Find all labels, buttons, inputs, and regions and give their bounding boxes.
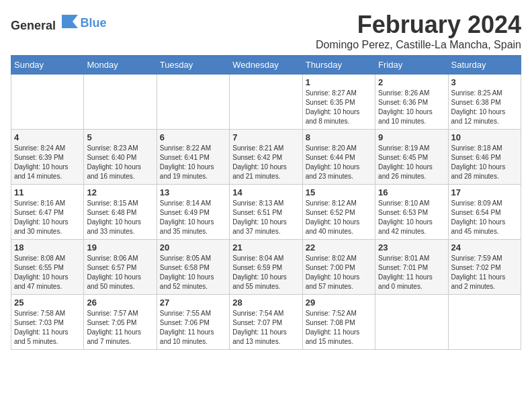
day-number: 11 <box>14 187 81 197</box>
logo-general: General <box>11 19 56 32</box>
day-number: 20 <box>160 242 226 253</box>
week-row-3: 11Sunrise: 8:16 AM Sunset: 6:47 PM Dayli… <box>11 185 521 240</box>
svg-marker-0 <box>62 15 78 28</box>
day-number: 2 <box>378 77 445 87</box>
calendar-cell: 25Sunrise: 7:58 AM Sunset: 7:03 PM Dayli… <box>11 295 84 350</box>
calendar-cell: 24Sunrise: 7:59 AM Sunset: 7:02 PM Dayli… <box>448 240 521 295</box>
day-info: Sunrise: 8:21 AM Sunset: 6:42 PM Dayligh… <box>232 144 299 181</box>
calendar-cell <box>84 75 157 130</box>
calendar-cell <box>11 75 84 130</box>
logo: General Blue <box>11 13 107 33</box>
calendar-cell: 26Sunrise: 7:57 AM Sunset: 7:05 PM Dayli… <box>84 295 157 350</box>
day-info: Sunrise: 8:02 AM Sunset: 7:00 PM Dayligh… <box>306 254 372 291</box>
calendar-cell: 5Sunrise: 8:23 AM Sunset: 6:40 PM Daylig… <box>84 130 157 185</box>
day-number: 28 <box>232 298 299 308</box>
day-info: Sunrise: 7:55 AM Sunset: 7:06 PM Dayligh… <box>160 309 226 347</box>
day-info: Sunrise: 8:13 AM Sunset: 6:51 PM Dayligh… <box>232 199 299 236</box>
weekday-wednesday: Wednesday <box>230 56 302 75</box>
day-number: 5 <box>87 132 153 142</box>
calendar-table: SundayMondayTuesdayWednesdayThursdayFrid… <box>11 55 521 350</box>
calendar-cell: 19Sunrise: 8:06 AM Sunset: 6:57 PM Dayli… <box>84 240 157 295</box>
calendar-cell: 4Sunrise: 8:24 AM Sunset: 6:39 PM Daylig… <box>11 130 84 185</box>
day-number: 15 <box>306 187 372 197</box>
calendar-cell: 17Sunrise: 8:09 AM Sunset: 6:54 PM Dayli… <box>448 185 521 240</box>
calendar-cell <box>230 75 302 130</box>
weekday-friday: Friday <box>375 56 448 75</box>
calendar-cell: 10Sunrise: 8:18 AM Sunset: 6:46 PM Dayli… <box>448 130 521 185</box>
day-info: Sunrise: 8:10 AM Sunset: 6:53 PM Dayligh… <box>378 199 445 236</box>
weekday-sunday: Sunday <box>11 56 84 75</box>
day-info: Sunrise: 8:08 AM Sunset: 6:55 PM Dayligh… <box>14 254 81 291</box>
main-title: February 2024 <box>316 11 521 39</box>
day-info: Sunrise: 8:20 AM Sunset: 6:44 PM Dayligh… <box>306 144 372 181</box>
weekday-monday: Monday <box>84 56 157 75</box>
calendar-cell: 21Sunrise: 8:04 AM Sunset: 6:59 PM Dayli… <box>230 240 302 295</box>
calendar-cell: 1Sunrise: 8:27 AM Sunset: 6:35 PM Daylig… <box>302 75 375 130</box>
calendar-cell: 8Sunrise: 8:20 AM Sunset: 6:44 PM Daylig… <box>302 130 375 185</box>
calendar-cell: 28Sunrise: 7:54 AM Sunset: 7:07 PM Dayli… <box>230 295 302 350</box>
week-row-5: 25Sunrise: 7:58 AM Sunset: 7:03 PM Dayli… <box>11 295 521 350</box>
day-number: 17 <box>451 187 518 197</box>
day-info: Sunrise: 7:58 AM Sunset: 7:03 PM Dayligh… <box>14 309 81 347</box>
day-info: Sunrise: 8:12 AM Sunset: 6:52 PM Dayligh… <box>306 199 372 236</box>
day-info: Sunrise: 8:01 AM Sunset: 7:01 PM Dayligh… <box>378 254 445 291</box>
calendar-cell: 23Sunrise: 8:01 AM Sunset: 7:01 PM Dayli… <box>375 240 448 295</box>
calendar-cell <box>157 75 229 130</box>
page-header: General Blue February 2024 Domingo Perez… <box>11 11 521 51</box>
day-info: Sunrise: 8:25 AM Sunset: 6:38 PM Dayligh… <box>451 89 518 126</box>
calendar-cell: 2Sunrise: 8:26 AM Sunset: 6:36 PM Daylig… <box>375 75 448 130</box>
day-number: 7 <box>232 132 299 142</box>
calendar-cell: 18Sunrise: 8:08 AM Sunset: 6:55 PM Dayli… <box>11 240 84 295</box>
day-number: 12 <box>87 187 153 197</box>
weekday-header-row: SundayMondayTuesdayWednesdayThursdayFrid… <box>11 56 521 75</box>
day-number: 23 <box>378 242 445 253</box>
day-info: Sunrise: 8:24 AM Sunset: 6:39 PM Dayligh… <box>14 144 81 181</box>
day-number: 26 <box>87 298 153 308</box>
day-info: Sunrise: 7:57 AM Sunset: 7:05 PM Dayligh… <box>87 309 153 347</box>
day-number: 3 <box>451 77 518 87</box>
day-info: Sunrise: 8:27 AM Sunset: 6:35 PM Dayligh… <box>306 89 372 126</box>
day-number: 14 <box>232 187 299 197</box>
calendar-cell: 7Sunrise: 8:21 AM Sunset: 6:42 PM Daylig… <box>230 130 302 185</box>
day-info: Sunrise: 8:18 AM Sunset: 6:46 PM Dayligh… <box>451 144 518 181</box>
day-info: Sunrise: 7:54 AM Sunset: 7:07 PM Dayligh… <box>232 309 299 347</box>
day-number: 27 <box>160 298 226 308</box>
calendar-cell: 11Sunrise: 8:16 AM Sunset: 6:47 PM Dayli… <box>11 185 84 240</box>
day-info: Sunrise: 8:05 AM Sunset: 6:58 PM Dayligh… <box>160 254 226 291</box>
week-row-2: 4Sunrise: 8:24 AM Sunset: 6:39 PM Daylig… <box>11 130 521 185</box>
day-info: Sunrise: 8:15 AM Sunset: 6:48 PM Dayligh… <box>87 199 153 236</box>
day-number: 1 <box>306 77 372 87</box>
calendar-cell <box>375 295 448 350</box>
title-section: February 2024 Domingo Perez, Castille-La… <box>316 11 521 51</box>
calendar-cell: 29Sunrise: 7:52 AM Sunset: 7:08 PM Dayli… <box>302 295 375 350</box>
calendar-cell: 12Sunrise: 8:15 AM Sunset: 6:48 PM Dayli… <box>84 185 157 240</box>
day-info: Sunrise: 8:22 AM Sunset: 6:41 PM Dayligh… <box>160 144 226 181</box>
day-number: 22 <box>306 242 372 253</box>
day-number: 16 <box>378 187 445 197</box>
day-info: Sunrise: 8:16 AM Sunset: 6:47 PM Dayligh… <box>14 199 81 236</box>
calendar-cell: 14Sunrise: 8:13 AM Sunset: 6:51 PM Dayli… <box>230 185 302 240</box>
day-number: 29 <box>306 298 372 308</box>
calendar-cell: 16Sunrise: 8:10 AM Sunset: 6:53 PM Dayli… <box>375 185 448 240</box>
day-info: Sunrise: 8:06 AM Sunset: 6:57 PM Dayligh… <box>87 254 153 291</box>
calendar-cell: 9Sunrise: 8:19 AM Sunset: 6:45 PM Daylig… <box>375 130 448 185</box>
calendar-cell: 22Sunrise: 8:02 AM Sunset: 7:00 PM Dayli… <box>302 240 375 295</box>
day-number: 8 <box>306 132 372 142</box>
day-info: Sunrise: 8:14 AM Sunset: 6:49 PM Dayligh… <box>160 199 226 236</box>
day-number: 19 <box>87 242 153 253</box>
day-number: 6 <box>160 132 226 142</box>
weekday-saturday: Saturday <box>448 56 521 75</box>
day-number: 18 <box>14 242 81 253</box>
day-number: 21 <box>232 242 299 253</box>
day-number: 10 <box>451 132 518 142</box>
day-info: Sunrise: 8:26 AM Sunset: 6:36 PM Dayligh… <box>378 89 445 126</box>
calendar-cell: 27Sunrise: 7:55 AM Sunset: 7:06 PM Dayli… <box>157 295 229 350</box>
logo-flag-icon <box>60 13 79 30</box>
day-info: Sunrise: 7:52 AM Sunset: 7:08 PM Dayligh… <box>306 309 372 347</box>
logo-blue: Blue <box>81 16 107 30</box>
day-number: 4 <box>14 132 81 142</box>
day-number: 9 <box>378 132 445 142</box>
day-info: Sunrise: 8:04 AM Sunset: 6:59 PM Dayligh… <box>232 254 299 291</box>
calendar-cell: 3Sunrise: 8:25 AM Sunset: 6:38 PM Daylig… <box>448 75 521 130</box>
calendar-cell: 6Sunrise: 8:22 AM Sunset: 6:41 PM Daylig… <box>157 130 229 185</box>
